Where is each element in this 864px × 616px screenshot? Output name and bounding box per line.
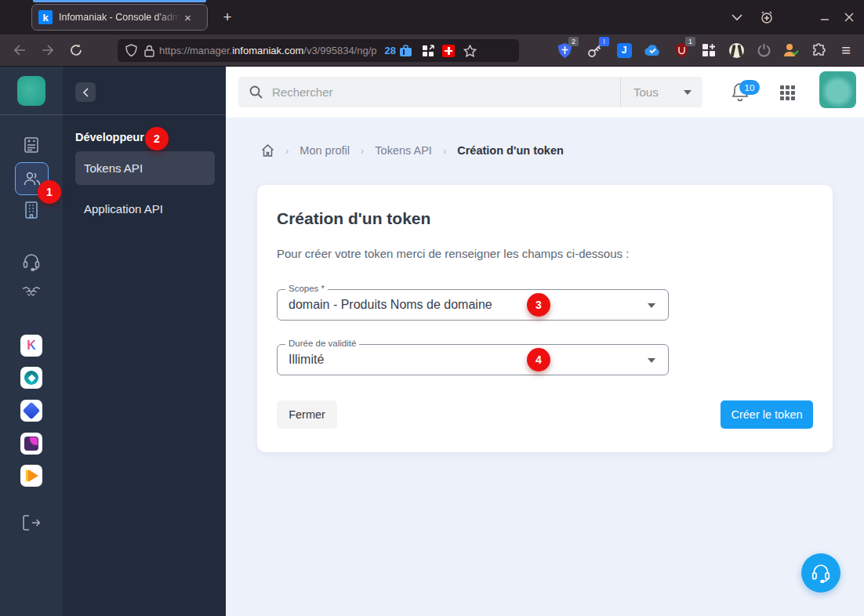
- chevron-left-icon: [82, 88, 89, 97]
- user-check-extension-icon[interactable]: [780, 39, 802, 61]
- browser-tab-bar: k Infomaniak - Console d'adm × +: [0, 0, 864, 34]
- headset-icon: [811, 563, 831, 583]
- annotation-step-1: 1: [38, 180, 61, 204]
- partner-handshake-icon[interactable]: [22, 283, 41, 302]
- organization-avatar[interactable]: [17, 76, 45, 106]
- search-bar[interactable]: Tous: [238, 77, 702, 107]
- bookmark-star-icon[interactable]: [463, 45, 477, 57]
- primary-sidebar: 1 K: [0, 67, 63, 616]
- lock-icon[interactable]: [144, 45, 154, 57]
- reload-button[interactable]: [64, 38, 88, 62]
- breadcrumb-link-mon-profil[interactable]: Mon profil: [299, 144, 350, 157]
- home-icon[interactable]: [261, 144, 274, 157]
- users-icon: [23, 171, 42, 187]
- kdrive-app-icon[interactable]: [20, 367, 42, 389]
- squares-plus-extension-icon[interactable]: [698, 39, 720, 61]
- briefcase-icon[interactable]: [399, 45, 412, 57]
- annotation-step-3: 3: [527, 293, 550, 317]
- scopes-label: Scopes *: [285, 284, 328, 293]
- j-extension-icon[interactable]: J: [613, 39, 635, 61]
- apps-grid-icon[interactable]: [780, 85, 796, 101]
- tracking-shield-icon[interactable]: [125, 44, 137, 57]
- validity-label: Durée de validité: [285, 339, 359, 348]
- cloud-check-extension-icon[interactable]: [641, 39, 663, 61]
- browser-tab[interactable]: k Infomaniak - Console d'adm ×: [31, 4, 208, 31]
- search-icon: [249, 85, 263, 99]
- forward-button[interactable]: [36, 38, 60, 62]
- browser-toolbar: https://manager.infomaniak.com/v3/995834…: [0, 34, 864, 67]
- collapse-sidebar-button[interactable]: [75, 82, 96, 102]
- annotation-step-4: 4: [527, 348, 550, 371]
- nav-item-label: Tokens API: [84, 161, 143, 175]
- sidebar-item-application-api[interactable]: Application API: [75, 192, 215, 226]
- new-tab-button[interactable]: +: [216, 6, 238, 28]
- token-creation-card: Création d'un token Pour créer votre tok…: [257, 185, 833, 452]
- password-shield-extension-icon[interactable]: 2: [554, 39, 575, 61]
- power-extension-icon[interactable]: [753, 39, 775, 61]
- kchat-app-icon[interactable]: [20, 400, 42, 422]
- tab-counter-badge: 28: [385, 45, 396, 56]
- swiss-flag-icon[interactable]: [442, 45, 455, 57]
- scopes-select[interactable]: Scopes * domain - Produits Noms de domai…: [277, 289, 669, 321]
- validity-value: Illimité: [289, 353, 324, 367]
- products-calculator-icon[interactable]: [22, 136, 41, 154]
- secondary-sidebar: Développeur 2 Tokens API Application API: [63, 67, 226, 616]
- chevron-down-icon: [648, 303, 655, 308]
- infomaniak-favicon-icon: k: [38, 10, 53, 24]
- chevron-down-icon: [648, 358, 655, 363]
- search-input[interactable]: [272, 85, 578, 99]
- url-text: https://manager.infomaniak.com/v3/995834…: [159, 45, 377, 56]
- close-button[interactable]: Fermer: [277, 400, 337, 429]
- breadcrumb-separator: ›: [285, 145, 289, 157]
- url-bar[interactable]: https://manager.infomaniak.com/v3/995834…: [118, 39, 519, 62]
- breadcrumb-link-tokens-api[interactable]: Tokens API: [375, 144, 432, 157]
- create-token-button[interactable]: Créer le token: [721, 400, 813, 429]
- chevron-down-icon: [684, 90, 692, 95]
- menu-hamburger-icon[interactable]: ≡: [837, 42, 855, 58]
- breadcrumb-separator: ›: [443, 145, 446, 157]
- nav-item-label: Application API: [84, 202, 163, 216]
- minimize-button[interactable]: [814, 6, 836, 28]
- app-header: Tous 10: [226, 67, 864, 118]
- logout-icon[interactable]: [22, 513, 41, 532]
- breadcrumb-separator: ›: [361, 145, 364, 157]
- annotation-step-2: 2: [145, 127, 169, 150]
- sidebar-divider: [63, 114, 226, 115]
- active-tab-indicator: [33, 0, 206, 2]
- user-avatar[interactable]: [819, 71, 856, 108]
- grid-arrow-icon[interactable]: [422, 45, 434, 57]
- support-fab[interactable]: [801, 553, 840, 592]
- tab-title: Infomaniak - Console d'adm: [59, 12, 183, 23]
- validity-select[interactable]: Durée de validité Illimité: [277, 344, 669, 375]
- breadcrumb-current: Création d'un token: [457, 144, 564, 157]
- privacy-badger-extension-icon[interactable]: [725, 39, 747, 61]
- card-title: Création d'un token: [277, 209, 430, 228]
- main-content: Tous 10 › Mon profil › Tokens API › Créa…: [226, 67, 864, 616]
- support-headset-icon[interactable]: [22, 252, 41, 271]
- kmeet-app-icon[interactable]: [20, 433, 42, 455]
- tab-list-chevron-icon[interactable]: [726, 6, 748, 28]
- ublock-extension-icon[interactable]: 1: [670, 39, 692, 61]
- scopes-value: domain - Produits Noms de domaine: [289, 298, 492, 312]
- sidebar-item-tokens-api[interactable]: Tokens API: [75, 151, 215, 185]
- extensions-puzzle-icon[interactable]: [808, 39, 830, 61]
- sidebar-divider: [0, 114, 63, 115]
- card-description: Pour créer votre token merci de renseign…: [277, 247, 629, 260]
- breadcrumb: › Mon profil › Tokens API › Création d'u…: [261, 144, 564, 157]
- close-window-button[interactable]: [838, 6, 860, 28]
- tab-close-icon[interactable]: ×: [184, 11, 191, 24]
- search-scope-dropdown[interactable]: Tous: [621, 85, 702, 99]
- ksuite-app-icon[interactable]: K: [20, 335, 42, 357]
- vod-app-icon[interactable]: [20, 465, 42, 487]
- nav-section-title: Développeur: [75, 131, 144, 143]
- back-button[interactable]: [8, 38, 31, 62]
- search-scope-value: Tous: [633, 85, 659, 99]
- alarm-clock-icon[interactable]: [756, 6, 778, 28]
- notifications-count-badge: 10: [739, 80, 760, 95]
- organization-building-icon[interactable]: [22, 201, 41, 219]
- key-extension-icon[interactable]: !: [584, 39, 606, 61]
